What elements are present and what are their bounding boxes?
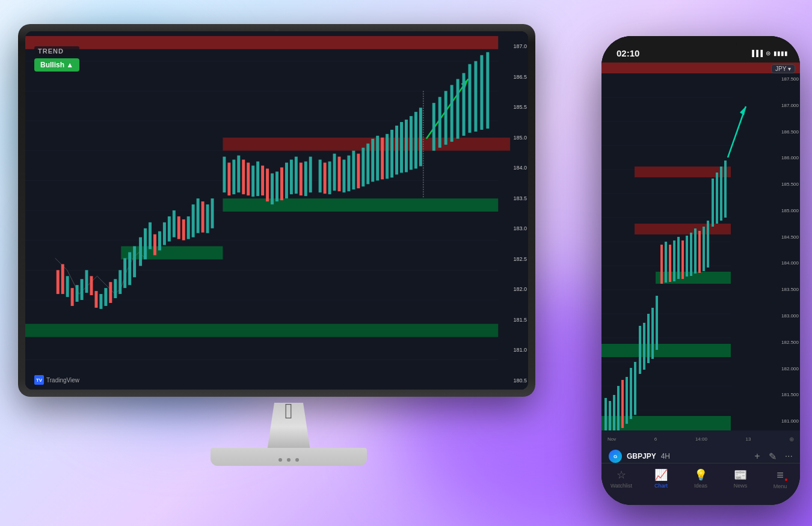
svg-rect-16 xyxy=(25,324,498,337)
stand-dot-3 xyxy=(295,458,299,462)
svg-rect-66 xyxy=(300,163,303,196)
trend-label: TREND xyxy=(34,46,79,56)
iphone-notch xyxy=(665,36,737,54)
iphone-top-resistance: JPY ▾ xyxy=(601,63,800,73)
svg-rect-47 xyxy=(201,201,205,233)
more-icon[interactable]: ··· xyxy=(785,451,793,462)
svg-rect-70 xyxy=(324,163,327,194)
svg-rect-74 xyxy=(342,160,345,193)
tab-chart[interactable]: 📈 Chart xyxy=(643,468,679,489)
svg-rect-151 xyxy=(716,173,718,224)
tab-watchlist[interactable]: ☆ Watchlist xyxy=(603,468,639,489)
svg-rect-140 xyxy=(669,245,671,282)
menu-notification-dot xyxy=(785,479,787,481)
ip-182000: 182.000 xyxy=(766,366,799,372)
svg-rect-96 xyxy=(444,91,448,144)
svg-rect-35 xyxy=(144,228,147,260)
apple-logo-imac:  xyxy=(285,399,292,424)
svg-rect-88 xyxy=(410,116,413,170)
svg-rect-146 xyxy=(694,228,697,274)
tab-menu[interactable]: ≡ Menu xyxy=(762,468,798,493)
date-6: 6 xyxy=(654,436,657,442)
ip-186000: 186.000 xyxy=(766,155,799,161)
iphone-price-labels: 187.500 187.000 186.500 186.000 185.500 … xyxy=(766,73,799,453)
svg-rect-38 xyxy=(158,231,161,251)
svg-rect-136 xyxy=(651,308,654,359)
svg-rect-59 xyxy=(266,168,269,201)
svg-rect-20 xyxy=(71,288,74,306)
edit-icon[interactable]: ✎ xyxy=(769,451,777,462)
iphone-chart-area: JPY ▾ xyxy=(601,63,800,471)
svg-rect-49 xyxy=(211,198,214,228)
svg-rect-46 xyxy=(197,198,200,233)
svg-rect-32 xyxy=(128,252,131,286)
svg-rect-83 xyxy=(386,134,389,179)
svg-rect-99 xyxy=(463,73,466,136)
iphone-tab-bar: ☆ Watchlist 📈 Chart 💡 Ideas 📰 News ≡ Men… xyxy=(601,463,800,505)
status-time: 02:10 xyxy=(617,48,639,58)
svg-rect-84 xyxy=(390,130,393,177)
price-1805: 180.5 xyxy=(497,378,527,384)
ip-187500: 187.500 xyxy=(766,76,799,82)
iphone-screen: 02:10 ▐▐▐ ⊜ ▮▮▮▮ JPY ▾ xyxy=(601,36,800,505)
svg-rect-78 xyxy=(361,148,364,187)
svg-rect-28 xyxy=(109,282,112,303)
ip-186500: 186.500 xyxy=(766,129,799,135)
svg-rect-73 xyxy=(338,157,341,192)
svg-rect-62 xyxy=(280,167,283,200)
svg-rect-95 xyxy=(438,97,441,147)
price-1825: 182.5 xyxy=(497,256,527,262)
bullish-badge: Bullish ▲ xyxy=(34,58,79,72)
date-nov: Nov xyxy=(607,436,616,442)
svg-rect-54 xyxy=(242,160,245,195)
svg-rect-23 xyxy=(85,270,88,293)
svg-rect-126 xyxy=(609,401,611,434)
stand-dot-2 xyxy=(287,458,291,462)
chart-settings-icon[interactable]: ⊕ xyxy=(789,436,794,442)
tv-icon: TV xyxy=(34,375,44,385)
svg-rect-97 xyxy=(451,85,454,141)
date-1400: 14:00 xyxy=(695,436,707,442)
svg-rect-22 xyxy=(81,279,84,300)
svg-rect-134 xyxy=(643,323,645,370)
svg-rect-37 xyxy=(153,234,156,255)
price-1855: 185.5 xyxy=(497,104,527,110)
iphone-info-actions: + ✎ ··· xyxy=(754,451,793,462)
svg-rect-85 xyxy=(395,126,398,174)
svg-rect-61 xyxy=(275,171,278,201)
add-icon[interactable]: + xyxy=(754,451,760,462)
svg-rect-125 xyxy=(604,398,607,434)
svg-rect-29 xyxy=(114,279,117,298)
imac-screen-outer: JPY 187.0 186.5 185.5 185.0 184.0 183.5 … xyxy=(18,24,535,397)
svg-rect-68 xyxy=(309,157,312,193)
svg-rect-121 xyxy=(601,344,731,357)
svg-rect-53 xyxy=(237,156,240,193)
price-186: 186.5 xyxy=(497,74,527,80)
svg-rect-34 xyxy=(139,237,142,266)
ip-181500: 181.500 xyxy=(766,392,799,397)
imac-chart-svg xyxy=(25,31,528,390)
tradingview-logo: TV TradingView xyxy=(34,375,79,385)
tab-news[interactable]: 📰 News xyxy=(722,468,758,489)
ideas-label: Ideas xyxy=(694,483,707,489)
svg-rect-139 xyxy=(665,242,667,283)
svg-rect-76 xyxy=(352,151,355,190)
chart-icon: 📈 xyxy=(654,468,668,482)
svg-rect-17 xyxy=(57,270,60,294)
svg-rect-132 xyxy=(634,362,636,415)
svg-rect-65 xyxy=(295,157,298,194)
ip-183500: 183.500 xyxy=(766,287,799,292)
svg-rect-31 xyxy=(123,258,126,288)
tab-ideas[interactable]: 💡 Ideas xyxy=(683,468,719,489)
svg-rect-149 xyxy=(707,221,709,268)
pair-icon: G xyxy=(609,450,622,463)
svg-rect-71 xyxy=(328,162,331,195)
svg-rect-45 xyxy=(192,204,195,237)
svg-rect-86 xyxy=(400,122,403,173)
ideas-icon: 💡 xyxy=(694,468,707,482)
imac-bezel: JPY 187.0 186.5 185.5 185.0 184.0 183.5 … xyxy=(25,31,528,390)
svg-rect-39 xyxy=(163,222,166,245)
imac-chart: JPY 187.0 186.5 185.5 185.0 184.0 183.5 … xyxy=(25,31,528,390)
svg-rect-30 xyxy=(118,270,121,294)
ip-182500: 182.500 xyxy=(766,340,799,345)
